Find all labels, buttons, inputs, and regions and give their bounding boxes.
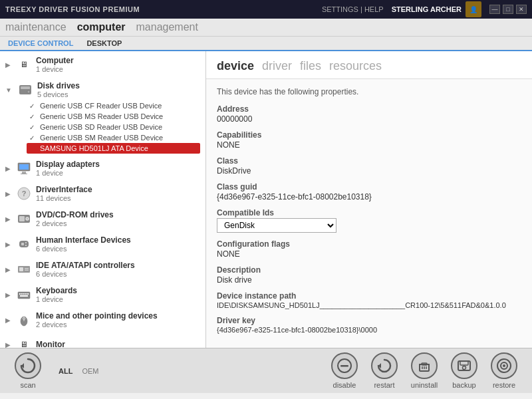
settings-link[interactable]: SETTINGS	[322, 5, 358, 13]
tag-all[interactable]: ALL	[56, 366, 75, 376]
titlebar: TREEXY DRIVER FUSION PREMIUM SETTINGS | …	[0, 0, 532, 19]
expand-arrow-mice: ▶	[5, 317, 11, 324]
svg-rect-24	[23, 293, 25, 295]
close-button[interactable]: ✕	[516, 5, 527, 14]
svg-rect-19	[25, 268, 29, 269]
backup-icon	[451, 352, 477, 379]
expand-arrow-di: ▶	[5, 190, 11, 198]
subnav: DEVICE CONTROL DESKTOP	[0, 37, 532, 51]
list-item[interactable]: ✓ Generic USB SD Reader USB Device	[27, 122, 200, 132]
category-driverinterface: ▶ ? DriverInterface 11 devices	[0, 180, 205, 205]
username: STERLING ARCHER	[392, 5, 462, 13]
display-icon	[16, 160, 32, 176]
checkmark: ✓	[29, 124, 37, 131]
device-label: SAMSUNG HD501LJ ATA Device	[40, 144, 148, 152]
category-hid-header[interactable]: ▶ Human Interface Devices 6 devices	[5, 233, 200, 255]
nav-computer[interactable]: computer	[77, 21, 126, 36]
expand-arrow-hid: ▶	[5, 241, 11, 248]
prop-class-label: Class	[217, 156, 521, 166]
prop-configflags-label: Configuration flags	[217, 239, 521, 249]
hid-icon	[16, 236, 32, 252]
titlebar-right: SETTINGS | HELP STERLING ARCHER 👤 — □ ✕	[322, 1, 527, 17]
category-disk-drives-header[interactable]: ▼ Disk drives 5 devices	[5, 79, 200, 100]
prop-driverkey-value: {4d36e967-e325-11ce-bfc1-08002be10318}\0…	[217, 326, 521, 334]
help-link[interactable]: HELP	[364, 5, 384, 13]
backup-button[interactable]: backup	[447, 352, 481, 389]
restore-label: restore	[493, 381, 515, 389]
category-computer-count: 1 device	[36, 65, 74, 73]
checkmark: ✓	[29, 113, 37, 120]
dvd-icon	[16, 211, 32, 227]
restore-button[interactable]: restore	[487, 352, 521, 389]
category-driverinterface-header[interactable]: ▶ ? DriverInterface 11 devices	[5, 183, 200, 204]
disable-icon	[331, 352, 358, 379]
keyboard-icon	[16, 287, 32, 303]
svg-rect-15	[25, 242, 27, 243]
svg-point-12	[27, 218, 28, 219]
prop-class-value: DiskDrive	[217, 166, 521, 176]
main-container: ▶ 🖥 Computer 1 device ▼	[0, 51, 532, 348]
category-disk-count: 5 devices	[37, 90, 80, 98]
compatible-ids-select[interactable]: GenDisk	[217, 218, 336, 233]
svg-rect-20	[25, 270, 29, 271]
restart-button[interactable]: restart	[367, 352, 402, 389]
category-monitor-header[interactable]: ▶ 🖥 Monitor	[5, 334, 200, 348]
category-dvd: ▶ DVD/CD-ROM drives 2 devices	[0, 205, 205, 231]
category-ide-name: IDE ATA/ATAPI controllers	[36, 261, 135, 270]
subnav-desktop[interactable]: DESKTOP	[84, 38, 124, 49]
prop-description-value: Disk drive	[217, 275, 521, 285]
disable-button[interactable]: disable	[327, 352, 362, 389]
category-computer: ▶ 🖥 Computer 1 device	[0, 51, 205, 76]
category-keyboards-header[interactable]: ▶ Keyboards 1 device	[5, 284, 200, 305]
prop-intro: This device has the following properties…	[217, 87, 521, 96]
nav-management[interactable]: management	[136, 21, 198, 36]
prop-configflags: Configuration flags NONE	[217, 239, 521, 259]
restart-label: restart	[374, 381, 394, 389]
maximize-button[interactable]: □	[503, 5, 513, 14]
category-monitor-name: Monitor	[36, 340, 65, 348]
nav-maintenance[interactable]: maintenance	[5, 21, 66, 36]
svg-rect-25	[25, 293, 27, 295]
category-ide: ▶ IDE ATA/ATAPI controllers 6 devices	[0, 256, 205, 281]
category-display-header[interactable]: ▶ Display adapters 1 device	[5, 158, 200, 179]
prop-devicepath-value: IDE\DISKSAMSUNG_HD501LJ_________________…	[217, 301, 521, 309]
svg-rect-6	[21, 174, 27, 174]
list-item-selected[interactable]: SAMSUNG HD501LJ ATA Device	[27, 143, 200, 154]
category-dvd-count: 2 devices	[36, 219, 114, 227]
nav-links: maintenance computer management	[5, 21, 527, 36]
navbar: maintenance computer management	[0, 19, 532, 37]
subnav-device-control[interactable]: DEVICE CONTROL	[5, 38, 76, 49]
svg-rect-5	[22, 172, 26, 174]
tag-oem[interactable]: OEM	[79, 366, 101, 376]
tab-driver[interactable]: driver	[262, 57, 300, 78]
prop-devicepath-label: Device instance path	[217, 291, 521, 301]
scan-button[interactable]: scan	[11, 352, 45, 389]
category-dvd-header[interactable]: ▶ DVD/CD-ROM drives 2 devices	[5, 208, 200, 229]
category-mice-header[interactable]: ▶ Mice and other pointing devices 2 devi…	[5, 309, 200, 331]
category-hid: ▶ Human Interface Devices 6 devices	[0, 231, 205, 256]
prop-address-value: 00000000	[217, 114, 521, 124]
list-item[interactable]: ✓ Generic USB SM Reader USB Device	[27, 132, 200, 143]
list-item[interactable]: ✓ Generic USB MS Reader USB Device	[27, 111, 200, 122]
avatar: 👤	[466, 1, 481, 17]
uninstall-button[interactable]: uninstall	[407, 352, 442, 389]
expand-arrow-display: ▶	[5, 165, 11, 172]
bottom-bar: scan ALL OEM disable restart	[0, 348, 532, 393]
svg-rect-16	[25, 245, 27, 246]
tab-device[interactable]: device	[217, 57, 262, 78]
list-item[interactable]: ✓ Generic USB CF Reader USB Device	[27, 100, 200, 111]
svg-rect-1	[21, 86, 30, 89]
tab-files[interactable]: files	[300, 57, 329, 78]
device-label: Generic USB CF Reader USB Device	[40, 102, 162, 110]
svg-rect-23	[21, 293, 23, 295]
prop-address-label: Address	[217, 104, 521, 114]
category-computer-header[interactable]: ▶ 🖥 Computer 1 device	[5, 54, 200, 75]
minimize-button[interactable]: —	[489, 5, 500, 14]
category-di-count: 11 devices	[36, 194, 92, 202]
expand-arrow-kb: ▶	[5, 291, 11, 299]
tab-resources[interactable]: resources	[329, 57, 390, 78]
category-ide-header[interactable]: ▶ IDE ATA/ATAPI controllers 6 devices	[5, 259, 200, 280]
bottom-right: disable restart	[327, 352, 521, 389]
category-display-name: Display adapters	[36, 160, 100, 169]
disable-label: disable	[333, 381, 356, 389]
